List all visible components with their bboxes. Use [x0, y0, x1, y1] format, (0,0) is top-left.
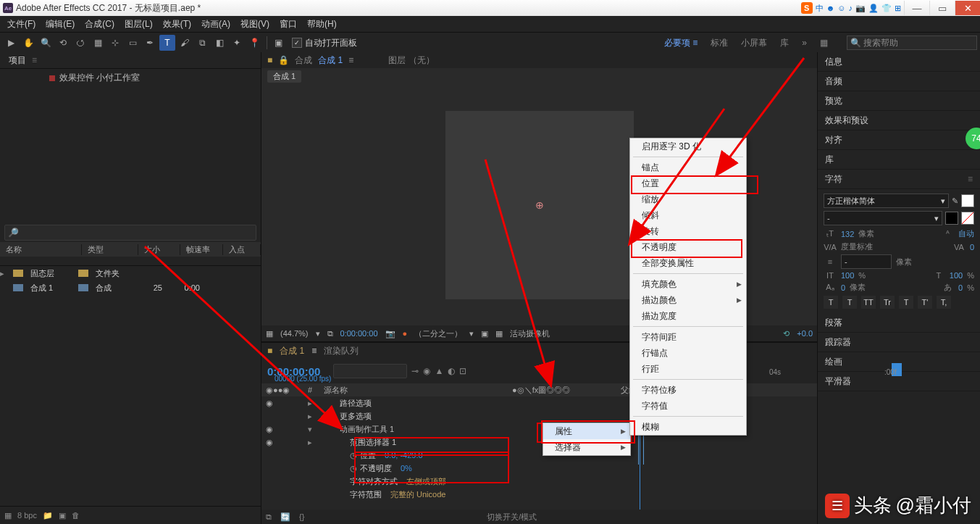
fill-swatch[interactable] [961, 194, 974, 207]
panel-menu-icon[interactable]: ≡ [32, 55, 37, 65]
stroke-swatch[interactable] [945, 212, 958, 225]
workspace-standard[interactable]: 标准 [711, 37, 728, 49]
mi-blur[interactable]: 模糊 [630, 419, 746, 435]
italic-button[interactable]: T [842, 296, 857, 309]
sogou-icon[interactable]: S [801, 2, 813, 14]
flowchart-tab[interactable]: 合成 1 [267, 70, 301, 83]
resolution-dropdown[interactable]: （二分之一） [414, 328, 462, 339]
menu-effect[interactable]: 效果(T) [159, 17, 196, 32]
mi-char-value[interactable]: 字符值 [630, 398, 746, 414]
row-char-align[interactable]: 字符对齐方式 [350, 476, 398, 487]
comp-link[interactable]: 合成 1 [318, 54, 343, 67]
mi-all-transform[interactable]: 全部变换属性 [630, 255, 746, 271]
menu-help[interactable]: 帮助(H) [303, 17, 341, 32]
view2-icon[interactable]: ▦ [495, 329, 503, 338]
menu-layer[interactable]: 图层(L) [120, 17, 157, 32]
eraser-tool-icon[interactable]: ◧ [212, 35, 227, 51]
submenu-property[interactable]: 属性 [543, 423, 630, 439]
panel-character[interactable]: 字符≡ [818, 170, 980, 189]
panel-info[interactable]: 信息 [818, 52, 980, 72]
font-size-input[interactable]: 132 [841, 230, 854, 238]
puppet-tool-icon[interactable]: 📍 [246, 35, 262, 51]
rotate-tool-icon[interactable]: ⭯ [72, 35, 88, 51]
row-opacity[interactable]: 不透明度 [360, 463, 392, 474]
new-folder-icon[interactable]: 📁 [43, 511, 53, 520]
hscale-input[interactable]: 100 [950, 271, 963, 280]
panel-tracker[interactable]: 跟踪器 [818, 333, 980, 352]
menu-composition[interactable]: 合成(C) [80, 17, 119, 32]
interpret-icon[interactable]: ▦ [4, 511, 12, 520]
bold-button[interactable]: T [824, 296, 838, 309]
kerning-dropdown[interactable]: 度量标准 [841, 241, 873, 252]
font-family-dropdown[interactable]: 方正楷体简体▾ [824, 194, 949, 208]
tracking-input[interactable]: 0 [970, 243, 974, 251]
panel-audio[interactable]: 音频 [818, 72, 980, 91]
ruler-icon[interactable]: ⧉ [327, 329, 333, 338]
leading-input[interactable]: 自动 [958, 228, 974, 239]
workspace-small[interactable]: 小屏幕 [741, 37, 767, 49]
close-button[interactable]: ✕ [955, 1, 980, 15]
row-char-range[interactable]: 字符范围 [350, 489, 382, 500]
grid-icon[interactable]: ▦ [266, 329, 273, 338]
panel-effects-presets[interactable]: 效果和预设 [818, 111, 980, 130]
submenu-selector[interactable]: 选择器 [543, 439, 630, 455]
tl-foot-icon[interactable]: 🔄 [280, 512, 290, 522]
mi-line-spacing[interactable]: 行距 [630, 361, 746, 377]
mi-anchor[interactable]: 锚点 [630, 159, 746, 175]
camera-tool-icon[interactable]: ▦ [90, 35, 106, 51]
camera-dropdown[interactable]: 活动摄像机 [510, 328, 550, 339]
tl-icon[interactable]: ⊸ [411, 366, 419, 376]
smallcaps-button[interactable]: Tr [880, 296, 895, 309]
tl-foot-icon[interactable]: ⧉ [266, 512, 272, 522]
mi-tracking[interactable]: 字符间距 [630, 329, 746, 345]
row-animator[interactable]: 动画制作工具 1 [340, 424, 394, 435]
stroke-width-input[interactable]: - [841, 254, 892, 269]
zoom-dropdown[interactable]: (44.7%) [280, 329, 309, 338]
mi-line-anchor[interactable]: 行锚点 [630, 345, 746, 361]
subscript-button[interactable]: T' [918, 296, 932, 309]
context-submenu-add[interactable]: 属性 选择器 [543, 423, 631, 456]
selection-tool-icon[interactable]: ▶ [3, 35, 19, 51]
project-search-input[interactable]: 🔎 [4, 225, 256, 241]
mi-scale[interactable]: 缩放 [630, 191, 746, 207]
project-row-comp[interactable]: 合成 1 合成 25 0:00 [0, 280, 261, 295]
context-menu-properties[interactable]: 启用逐字 3D 化 锚点 位置 缩放 倾斜 旋转 不透明度 全部变换属性 填充颜… [629, 138, 747, 436]
workspace-more[interactable]: » [802, 38, 807, 48]
tl-icon[interactable]: ◉ [423, 366, 430, 376]
mi-stroke-color[interactable]: 描边颜色 [630, 292, 746, 308]
tl-foot-icon[interactable]: {} [299, 512, 304, 521]
mi-stroke-width[interactable]: 描边宽度 [630, 308, 746, 324]
workspace-essentials[interactable]: 必要项 ≡ [664, 37, 698, 49]
position-value[interactable]: 0.0, -429.0 [385, 451, 423, 459]
panel-toggle-icon[interactable]: ▣ [270, 35, 286, 51]
panel-preview[interactable]: 预览 [818, 91, 980, 111]
mi-skew[interactable]: 倾斜 [630, 207, 746, 223]
view1-icon[interactable]: ▣ [481, 329, 488, 338]
row-range-selector[interactable]: 范围选择器 1 [350, 437, 396, 448]
bpc-button[interactable]: 8 bpc [17, 511, 37, 520]
exposure-value[interactable]: +0.0 [797, 329, 813, 338]
menu-edit[interactable]: 编辑(E) [41, 17, 79, 32]
panel-paragraph[interactable]: 段落 [818, 313, 980, 333]
snapshot-icon[interactable]: 📷 [385, 329, 395, 338]
opacity-value[interactable]: 0% [401, 464, 412, 473]
eyedropper-icon[interactable]: ✎ [952, 196, 958, 206]
superscript-button[interactable]: T [899, 296, 913, 309]
mi-position[interactable]: 位置 [630, 175, 746, 191]
maximize-button[interactable]: ▭ [929, 1, 955, 15]
timeline-search-input[interactable] [333, 364, 407, 378]
tl-icon[interactable]: ▲ [435, 366, 443, 376]
new-comp-icon[interactable]: ▣ [59, 511, 66, 520]
stopwatch-icon[interactable]: ◷ [350, 451, 357, 460]
no-stroke-swatch[interactable] [961, 212, 974, 225]
shape-tool-icon[interactable]: ▭ [125, 35, 141, 51]
allcaps-button[interactable]: TT [861, 296, 876, 309]
mi-fill-color[interactable]: 填充颜色 [630, 276, 746, 292]
visibility-icon[interactable]: ◉ [266, 399, 276, 408]
orbit-tool-icon[interactable]: ⟲ [55, 35, 71, 51]
menu-view[interactable]: 视图(V) [236, 17, 274, 32]
lock-icon[interactable]: 🔒 [278, 55, 289, 65]
snapshot-icon[interactable]: ▦ [820, 38, 828, 48]
pen-tool-icon[interactable]: ✒ [142, 35, 158, 51]
timeline-comp-tab[interactable]: 合成 1 [280, 345, 304, 357]
